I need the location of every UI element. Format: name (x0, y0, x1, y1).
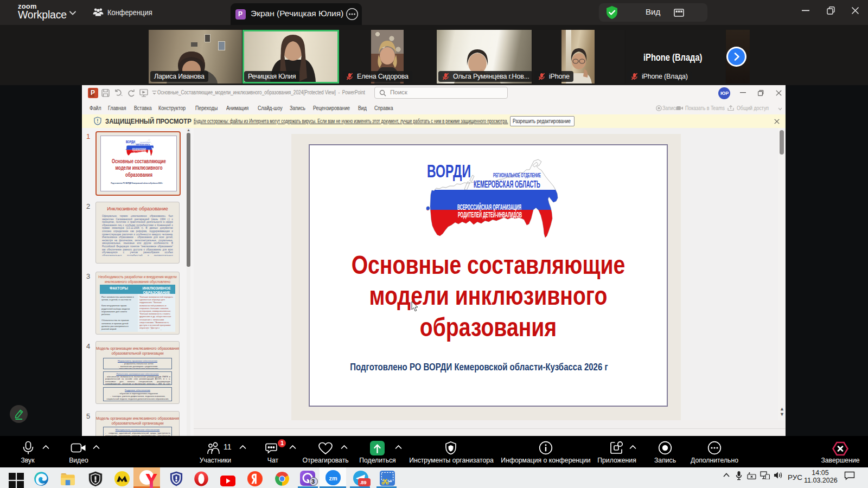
svg-text:zm: zm (329, 475, 337, 481)
